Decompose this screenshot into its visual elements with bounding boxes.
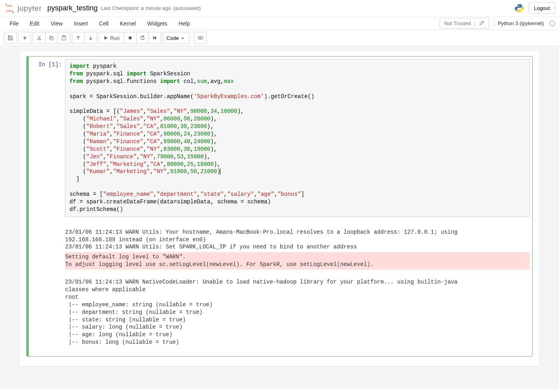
move-up-button[interactable] bbox=[72, 32, 85, 44]
menu-view[interactable]: View bbox=[45, 18, 68, 29]
svg-rect-15 bbox=[200, 37, 200, 37]
svg-rect-14 bbox=[199, 37, 200, 37]
menu-file[interactable]: File bbox=[4, 18, 24, 29]
add-cell-button[interactable] bbox=[18, 32, 31, 44]
menu-widgets[interactable]: Widgets bbox=[141, 18, 173, 29]
stdout-text-1: 23/01/06 11:24:13 WARN Utils: Your hostn… bbox=[65, 229, 458, 250]
save-button[interactable] bbox=[4, 32, 17, 44]
svg-rect-12 bbox=[198, 37, 203, 39]
svg-rect-13 bbox=[198, 37, 199, 37]
trust-label: Not Trusted bbox=[444, 20, 471, 26]
notebook-container: In [1]: import pyspark from pyspark.sql … bbox=[20, 51, 539, 366]
svg-point-0 bbox=[6, 4, 7, 5]
svg-rect-9 bbox=[62, 36, 66, 40]
restart-run-all-button[interactable] bbox=[149, 32, 161, 44]
menu-insert[interactable]: Insert bbox=[68, 18, 93, 29]
input-prompt: In [1]: bbox=[30, 59, 65, 217]
notebook-name[interactable]: pyspark_testing bbox=[48, 4, 98, 12]
pencil-icon[interactable] bbox=[479, 20, 485, 27]
menu-help[interactable]: Help bbox=[173, 18, 196, 29]
menu-cell[interactable]: Cell bbox=[93, 18, 114, 29]
jupyter-text: jupyter bbox=[18, 4, 42, 13]
code-text[interactable]: import pyspark from pyspark.sql import S… bbox=[69, 63, 525, 213]
cut-button[interactable] bbox=[33, 32, 46, 44]
svg-point-6 bbox=[40, 39, 41, 40]
svg-rect-17 bbox=[202, 37, 202, 37]
restart-button[interactable] bbox=[137, 32, 149, 44]
svg-point-5 bbox=[38, 39, 39, 40]
move-down-button[interactable] bbox=[85, 32, 97, 44]
output-area: 23/01/06 11:24:13 WARN Utils: Your hostn… bbox=[65, 221, 530, 354]
cell-type-select[interactable]: Code bbox=[163, 32, 189, 44]
logout-button[interactable]: Logout bbox=[529, 2, 555, 14]
stderr-text: Setting default log level to "WARN". To … bbox=[65, 254, 374, 268]
code-cell[interactable]: In [1]: import pyspark from pyspark.sql … bbox=[26, 56, 533, 357]
kernel-name[interactable]: Python 3 (ipykernel) bbox=[494, 20, 544, 26]
checkpoint-status: Last Checkpoint: a minute ago bbox=[101, 5, 171, 11]
interrupt-button[interactable] bbox=[124, 32, 137, 44]
menu-kernel[interactable]: Kernel bbox=[114, 18, 141, 29]
svg-point-1 bbox=[12, 11, 14, 13]
python-icon bbox=[514, 3, 525, 14]
run-button[interactable]: Run bbox=[99, 32, 124, 44]
svg-point-3 bbox=[517, 5, 518, 6]
paste-button[interactable] bbox=[58, 32, 70, 44]
autosaved-status: (autosaved) bbox=[173, 5, 201, 11]
jupyter-icon bbox=[4, 3, 15, 14]
trust-indicator[interactable]: Not Trusted bbox=[440, 18, 489, 29]
stdout-text-2: 23/01/06 11:24:13 WARN NativeCodeLoader:… bbox=[65, 279, 458, 345]
notebook-scroll-area[interactable]: In [1]: import pyspark from pyspark.sql … bbox=[0, 46, 559, 389]
run-label: Run bbox=[110, 35, 120, 41]
kernel-indicator-icon bbox=[549, 21, 555, 26]
svg-rect-16 bbox=[201, 37, 201, 37]
svg-point-4 bbox=[521, 11, 521, 12]
svg-rect-11 bbox=[129, 37, 131, 39]
command-palette-button[interactable] bbox=[194, 32, 207, 44]
code-input-area[interactable]: import pyspark from pyspark.sql import S… bbox=[65, 59, 530, 217]
svg-rect-18 bbox=[199, 38, 202, 39]
menu-edit[interactable]: Edit bbox=[24, 18, 45, 29]
toolbar: Run Code bbox=[0, 30, 559, 46]
header: jupyter pyspark_testing Last Checkpoint:… bbox=[0, 0, 559, 17]
svg-rect-8 bbox=[51, 37, 53, 40]
svg-point-2 bbox=[6, 12, 7, 13]
menubar: FileEditViewInsertCellKernelWidgetsHelp … bbox=[0, 17, 559, 30]
copy-button[interactable] bbox=[46, 32, 58, 44]
jupyter-logo[interactable]: jupyter bbox=[4, 3, 42, 14]
